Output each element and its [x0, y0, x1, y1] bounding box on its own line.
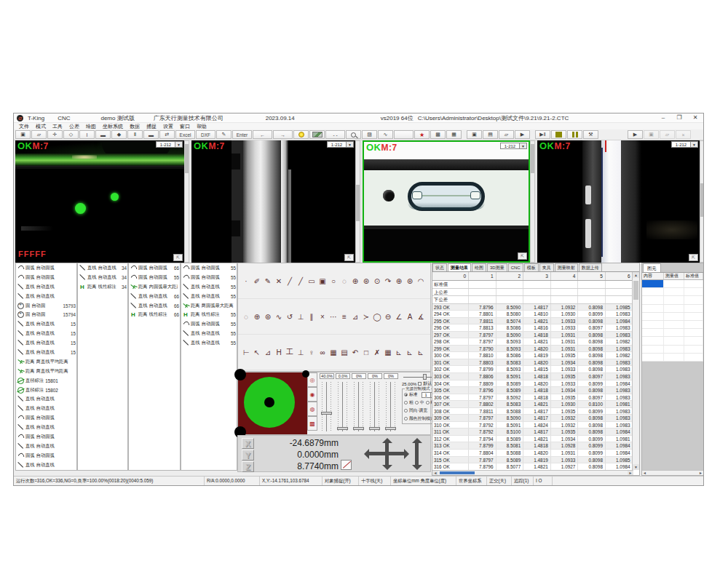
diagonal-tool-button[interactable]	[341, 460, 352, 470]
tab-模板[interactable]: 模板	[524, 263, 539, 271]
tab-3D测量[interactable]: 3D测量	[487, 263, 507, 271]
menu-item-绘图[interactable]: 绘图	[86, 123, 96, 129]
play-to-end-icon[interactable]: ▶‖	[535, 130, 550, 139]
results-horizontal-scrollbar[interactable]: ◄ ►	[432, 470, 633, 475]
table-row[interactable]: 上公差	[432, 289, 633, 297]
tool-icon[interactable]: ⚒	[583, 130, 598, 139]
scroll-down-icon[interactable]: ▼	[633, 464, 639, 470]
measure-tool-icon[interactable]: ◠	[416, 276, 426, 286]
measure-tool-icon[interactable]: ○	[328, 276, 339, 286]
folder-icon[interactable]: ▱	[499, 130, 514, 139]
camera1-range-select[interactable]: 1-212	[156, 141, 175, 148]
feature-list-item[interactable]: 直线自动直线55	[181, 282, 237, 292]
light-mode-button[interactable]: ◉	[307, 387, 317, 402]
measure-tool-icon[interactable]: ⊿	[263, 347, 273, 357]
feature-list-item[interactable]: 直线自动直线66	[129, 301, 180, 311]
tab-测量映射[interactable]: 测量映射	[555, 263, 578, 271]
feature-list-item[interactable]: 圆弧自动圆弧55	[129, 273, 180, 282]
feature-list-panel-2[interactable]: 直线自动直线34直线自动直线34距离线性标注34◄►	[77, 263, 128, 471]
jog-vertical-arrows[interactable]	[385, 442, 389, 466]
menu-item-坐标系统[interactable]: 坐标系统	[103, 123, 123, 129]
radio-button[interactable]	[426, 401, 430, 404]
radio-button[interactable]	[404, 393, 408, 396]
measure-tool-icon[interactable]: ⊕	[394, 276, 404, 286]
feature-list-item[interactable]: 直线自动直线	[16, 292, 76, 301]
measure-tool-icon[interactable]: ▦	[383, 347, 393, 357]
measure-tool-icon[interactable]: □	[361, 347, 371, 357]
table-row[interactable]: 308 OK7.88118.50881.48171.09350.80991.09…	[432, 408, 633, 415]
open-disabled-icon[interactable]: ▱	[660, 130, 675, 139]
feature-list-item[interactable]: 直线自动直线	[16, 442, 76, 451]
scroll-up-icon[interactable]: ▲	[633, 272, 639, 278]
feature-list-item[interactable]: 直线自动直线55	[181, 338, 237, 348]
camera-view-4[interactable]: OKM:7 1-212▼ ⇱	[537, 140, 700, 263]
camera3-resize-icon[interactable]: ⇱	[518, 252, 527, 260]
menu-item-工具[interactable]: 工具	[52, 123, 63, 129]
table-row[interactable]: 下公差	[432, 296, 633, 304]
enter-button[interactable]: Enter	[232, 130, 252, 139]
slider-handle[interactable]	[337, 427, 348, 430]
image-view-icon[interactable]	[309, 130, 325, 139]
measure-tool-icon[interactable]: ⊙	[372, 276, 382, 286]
measure-tool-icon[interactable]: ≡	[339, 311, 349, 322]
camera-scrollbar-2[interactable]	[355, 140, 360, 263]
list-item[interactable]	[642, 305, 703, 313]
table-row[interactable]: 299 OK7.87908.50931.48201.09310.80981.09…	[432, 346, 633, 353]
camera-scrollbar-3[interactable]	[530, 140, 535, 263]
table-row[interactable]: 302 OK7.87998.50931.48151.09330.80981.09…	[432, 366, 633, 373]
feature-list-item[interactable]: 直线自动直线	[16, 282, 76, 292]
measure-tool-icon[interactable]: ⊥	[296, 347, 306, 357]
table-row[interactable]: 309 OK7.87978.50901.48171.09320.80981.09…	[432, 415, 633, 422]
light-channel-slider[interactable]: 0.0%	[335, 372, 351, 434]
feature-list-item[interactable]: 圆弧自动圆弧55	[181, 319, 237, 329]
table-row[interactable]: 296 OK7.88138.50861.48161.09330.80971.09…	[432, 324, 633, 332]
measure-tool-icon[interactable]: ⊕	[252, 311, 262, 322]
feature-list-item[interactable]: 圆弧自动圆弧66	[129, 263, 180, 273]
measure-tool-icon[interactable]: H	[274, 347, 284, 357]
camera4-resize-icon[interactable]: ⇱	[689, 254, 698, 261]
measure-tool-icon[interactable]: ◌	[339, 276, 349, 286]
feature-list-item[interactable]: 直线自动直线15	[16, 329, 76, 338]
radio-button[interactable]	[404, 417, 408, 420]
camera-scrollbar-1[interactable]	[184, 140, 189, 263]
run-icon[interactable]: ▶	[628, 130, 643, 139]
list-item[interactable]	[642, 354, 703, 362]
feature-list-item[interactable]: 圆弧自动圆弧55	[181, 273, 237, 282]
measure-tool-icon[interactable]: ▤	[339, 347, 349, 357]
measure-tool-icon[interactable]: ∿	[274, 311, 284, 322]
measure-tool-icon[interactable]: ✗	[372, 347, 382, 357]
slider-handle[interactable]	[353, 427, 364, 430]
measure-tool-icon[interactable]: 工	[285, 347, 295, 357]
results-vertical-scrollbar[interactable]: ▲ ▼	[632, 272, 639, 470]
table-row[interactable]: 305 OK7.87968.50891.48181.09340.80981.09…	[432, 387, 633, 394]
close-button[interactable]: ✕	[687, 113, 703, 122]
feature-list-item[interactable]: 直线自动直线55	[181, 292, 237, 301]
light-channel-slider[interactable]: 0%	[351, 372, 367, 434]
feature-list-item[interactable]: 直线自动直线66	[129, 292, 180, 301]
tab-状态[interactable]: 状态	[432, 263, 447, 271]
tab-夹具[interactable]: 夹具	[539, 263, 554, 271]
measure-tool-icon[interactable]: ♀	[306, 347, 317, 357]
zoom-icon[interactable]	[346, 130, 361, 139]
camera-view-1[interactable]: OKM:7 1-212▼ FFFFF ⇱	[15, 140, 184, 263]
radio-button[interactable]	[404, 401, 408, 404]
table-row[interactable]: 307 OK7.88028.50831.48211.09300.81001.09…	[432, 401, 633, 408]
transfer-icon[interactable]: ⇄	[159, 130, 175, 139]
dither-icon[interactable]: ▩	[430, 130, 446, 139]
measure-tool-icon[interactable]: ∠	[394, 311, 404, 322]
print-icon[interactable]: ▤	[483, 130, 498, 139]
measure-tool-icon[interactable]: ⊾	[405, 347, 415, 357]
chevron-down-icon[interactable]: ▼	[347, 141, 354, 148]
camera-scrollbar-4[interactable]	[700, 140, 704, 263]
tab-绘图[interactable]: 绘图	[472, 263, 486, 271]
table-row[interactable]: 标准值	[432, 281, 633, 289]
table-row[interactable]: 300 OK7.88108.50861.48191.09350.80981.09…	[432, 352, 633, 359]
dxf-export-button[interactable]: DXF	[196, 130, 215, 139]
ring-light-indicator[interactable]	[238, 372, 307, 434]
measure-tool-icon[interactable]: ≻	[361, 311, 371, 322]
measure-tool-icon[interactable]: ↖	[252, 347, 262, 357]
measure-tool-icon[interactable]: ◌	[241, 311, 251, 322]
measure-tool-icon[interactable]: ▦	[328, 347, 339, 357]
arrow-right-button[interactable]: →	[273, 130, 293, 139]
table-row[interactable]: 314 OK7.88048.50881.48201.09310.80991.09…	[432, 450, 633, 457]
